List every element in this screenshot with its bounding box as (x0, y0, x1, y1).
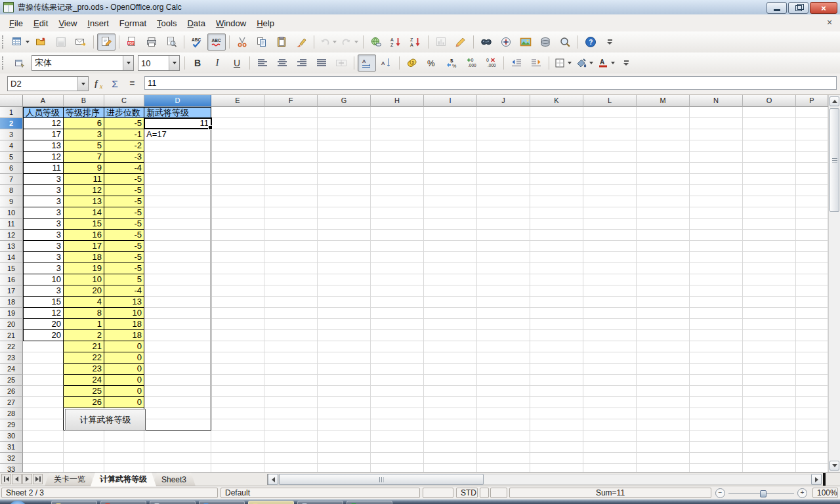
cell-G19[interactable] (318, 308, 371, 319)
cell-H19[interactable] (371, 308, 424, 319)
cell-H10[interactable] (371, 207, 424, 219)
cell-O14[interactable] (743, 252, 796, 263)
new-document-button[interactable] (10, 33, 31, 51)
scroll-down-button[interactable] (830, 461, 839, 471)
cell-A16[interactable]: 10 (23, 274, 64, 285)
cell-N27[interactable] (690, 397, 743, 408)
cell-H32[interactable] (371, 453, 424, 464)
row-header-13[interactable]: 13 (0, 241, 23, 252)
cell-E31[interactable] (211, 442, 264, 453)
cell-H8[interactable] (371, 185, 424, 196)
cell-L22[interactable] (583, 341, 637, 352)
first-sheet-button[interactable] (1, 474, 11, 484)
cell-L23[interactable] (583, 352, 637, 364)
cell-C19[interactable]: 10 (104, 308, 144, 319)
cell-K15[interactable] (530, 263, 583, 274)
cell-D9[interactable] (144, 196, 211, 207)
cell-J21[interactable] (477, 330, 530, 341)
cell-L1[interactable] (583, 107, 637, 118)
cell-G1[interactable] (318, 107, 371, 118)
cell-M30[interactable] (637, 430, 690, 442)
cell-L6[interactable] (583, 163, 637, 174)
cell-F11[interactable] (264, 219, 318, 230)
cell-H27[interactable] (371, 397, 424, 408)
cell-D13[interactable] (144, 241, 211, 252)
cell-E1[interactable] (211, 107, 264, 118)
column-header-C[interactable]: C (104, 95, 144, 107)
cell-B7[interactable]: 11 (64, 174, 104, 185)
column-header-B[interactable]: B (64, 95, 104, 107)
cell-N26[interactable] (690, 386, 743, 397)
cell-N32[interactable] (690, 453, 743, 464)
cell-P23[interactable] (796, 352, 828, 364)
cell-C15[interactable]: -5 (104, 263, 144, 274)
cell-I21[interactable] (424, 330, 477, 341)
cell-A3[interactable]: 17 (23, 129, 64, 140)
taskbar-app-button-7[interactable] (346, 501, 392, 504)
name-box-dropdown-icon[interactable] (77, 77, 88, 91)
cell-N1[interactable] (690, 107, 743, 118)
cell-D17[interactable] (144, 285, 211, 297)
close-document-icon[interactable]: × (824, 17, 835, 28)
cell-K30[interactable] (530, 430, 583, 442)
cell-D12[interactable] (144, 230, 211, 241)
cell-M6[interactable] (637, 163, 690, 174)
cell-G17[interactable] (318, 285, 371, 297)
cell-K13[interactable] (530, 241, 583, 252)
cell-I2[interactable] (424, 118, 477, 129)
cell-F2[interactable] (264, 118, 318, 129)
cell-D22[interactable] (144, 341, 211, 352)
cell-M11[interactable] (637, 219, 690, 230)
sheet-tab-关卡一览[interactable]: 关卡一览 (45, 472, 94, 486)
gallery-button[interactable] (516, 33, 535, 51)
cell-J23[interactable] (477, 352, 530, 364)
cell-E17[interactable] (211, 285, 264, 297)
cell-M4[interactable] (637, 140, 690, 152)
cell-O10[interactable] (743, 207, 796, 219)
scroll-right-button[interactable] (811, 474, 822, 485)
row-header-31[interactable]: 31 (0, 442, 23, 453)
cell-H2[interactable] (371, 118, 424, 129)
cell-F10[interactable] (264, 207, 318, 219)
cell-J19[interactable] (477, 308, 530, 319)
row-header-27[interactable]: 27 (0, 397, 23, 408)
cell-M16[interactable] (637, 274, 690, 285)
cell-D6[interactable] (144, 163, 211, 174)
cell-B2[interactable]: 6 (64, 118, 104, 129)
cell-F20[interactable] (264, 319, 318, 330)
cell-F23[interactable] (264, 352, 318, 364)
cell-I24[interactable] (424, 364, 477, 375)
cell-I17[interactable] (424, 285, 477, 297)
cell-P5[interactable] (796, 152, 828, 163)
row-header-4[interactable]: 4 (0, 140, 23, 152)
cell-J4[interactable] (477, 140, 530, 152)
cell-D8[interactable] (144, 185, 211, 196)
cell-C33[interactable] (104, 464, 144, 472)
cell-N25[interactable] (690, 375, 743, 386)
minimize-button[interactable] (766, 2, 787, 14)
cell-N10[interactable] (690, 207, 743, 219)
cell-I3[interactable] (424, 129, 477, 140)
cell-A10[interactable]: 3 (23, 207, 64, 219)
cell-J29[interactable] (477, 419, 530, 430)
cell-F29[interactable] (264, 419, 318, 430)
toolbar-options-icon[interactable] (623, 60, 629, 66)
cell-B6[interactable]: 9 (64, 163, 104, 174)
cell-C9[interactable]: -5 (104, 196, 144, 207)
number-format-percent-button[interactable]: % (423, 54, 441, 72)
column-header-H[interactable]: H (371, 95, 424, 107)
cell-G4[interactable] (318, 140, 371, 152)
cell-N24[interactable] (690, 364, 743, 375)
cell-P11[interactable] (796, 219, 828, 230)
cell-H11[interactable] (371, 219, 424, 230)
cell-E3[interactable] (211, 129, 264, 140)
cell-M20[interactable] (637, 319, 690, 330)
cell-J30[interactable] (477, 430, 530, 442)
windows-start-orb-icon[interactable] (8, 501, 28, 504)
cell-L12[interactable] (583, 230, 637, 241)
page-preview-button[interactable] (162, 33, 180, 51)
cell-K14[interactable] (530, 252, 583, 263)
cell-J18[interactable] (477, 297, 530, 308)
row-header-30[interactable]: 30 (0, 430, 23, 442)
row-header-19[interactable]: 19 (0, 308, 23, 319)
